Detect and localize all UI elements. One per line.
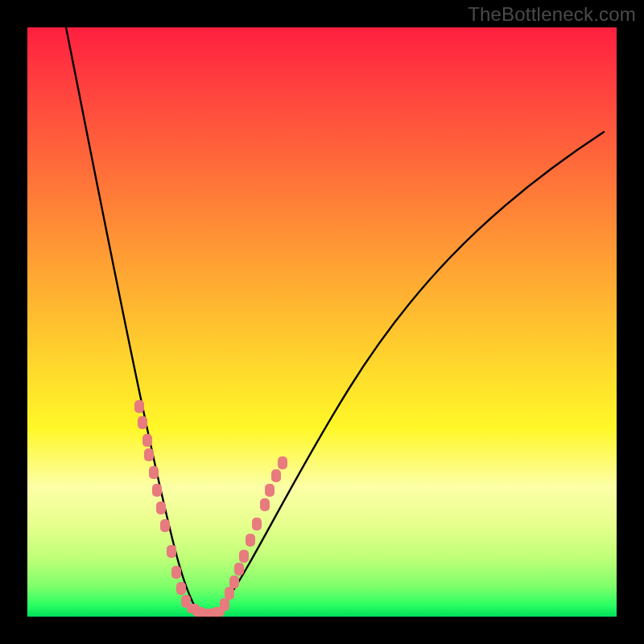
bottleneck-curve bbox=[66, 27, 604, 617]
svg-rect-3 bbox=[144, 448, 154, 461]
svg-rect-9 bbox=[171, 566, 181, 579]
plot-area bbox=[27, 27, 617, 617]
marker-cluster-right bbox=[220, 456, 287, 611]
svg-rect-23 bbox=[252, 518, 262, 530]
svg-rect-18 bbox=[225, 587, 234, 600]
svg-rect-4 bbox=[149, 466, 159, 479]
svg-rect-10 bbox=[176, 582, 186, 595]
chart-frame: TheBottleneck.com bbox=[0, 0, 644, 644]
svg-rect-19 bbox=[229, 576, 239, 588]
svg-rect-25 bbox=[265, 484, 275, 497]
svg-rect-27 bbox=[278, 456, 287, 469]
svg-rect-5 bbox=[152, 484, 162, 497]
svg-rect-7 bbox=[160, 519, 170, 532]
svg-rect-0 bbox=[134, 400, 144, 413]
curve-layer bbox=[27, 27, 617, 617]
svg-rect-2 bbox=[142, 434, 152, 447]
svg-rect-24 bbox=[260, 498, 270, 511]
marker-cluster-bottom bbox=[187, 604, 225, 617]
svg-rect-17 bbox=[220, 598, 229, 611]
svg-rect-21 bbox=[239, 550, 249, 563]
svg-rect-1 bbox=[138, 416, 147, 429]
svg-rect-8 bbox=[167, 545, 176, 558]
svg-rect-26 bbox=[271, 469, 281, 482]
svg-rect-22 bbox=[246, 534, 255, 547]
svg-rect-20 bbox=[234, 563, 244, 576]
watermark-text: TheBottleneck.com bbox=[468, 3, 636, 26]
svg-rect-6 bbox=[156, 502, 166, 514]
